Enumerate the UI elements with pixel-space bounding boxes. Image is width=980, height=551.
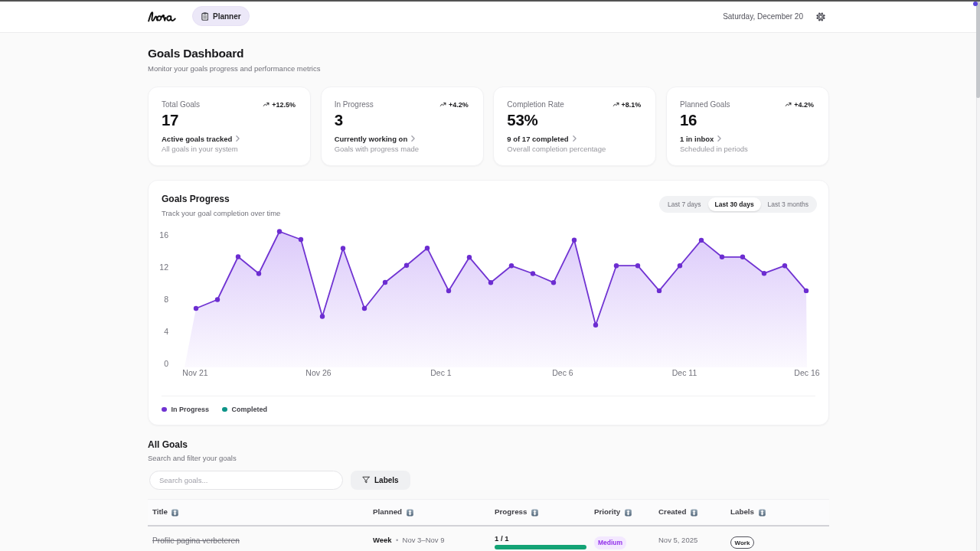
svg-text:Dec 16: Dec 16 [794,368,819,377]
svg-text:0: 0 [164,359,168,368]
svg-text:8: 8 [164,295,168,304]
svg-text:Nov 26: Nov 26 [305,368,331,377]
svg-text:Dec 11: Dec 11 [672,368,697,377]
svg-text:16: 16 [159,230,168,240]
svg-text:Dec 6: Dec 6 [552,368,573,377]
svg-text:Nov 21: Nov 21 [182,368,207,377]
svg-text:12: 12 [159,262,168,272]
svg-text:4: 4 [164,327,168,336]
svg-text:Dec 1: Dec 1 [430,368,452,377]
